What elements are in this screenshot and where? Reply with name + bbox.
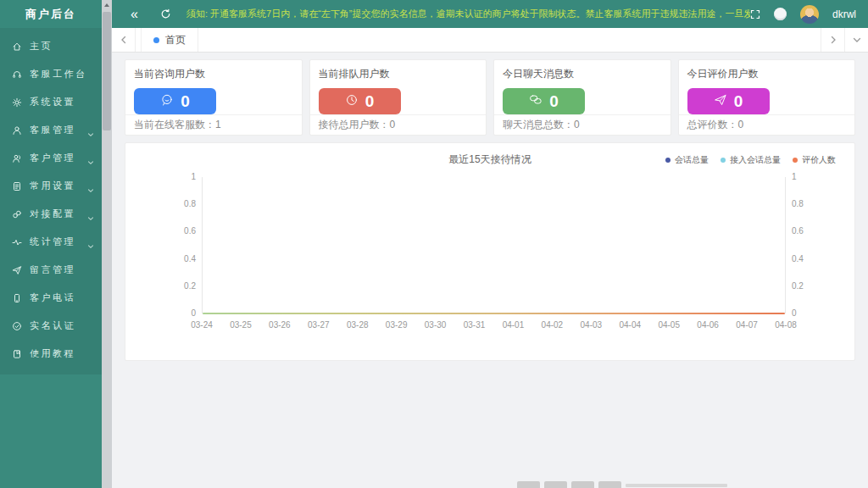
stat-card-button[interactable]: 0: [503, 88, 585, 114]
y-axis-tick: 0.8: [184, 199, 196, 208]
sidebar-item-label: 主页: [30, 40, 53, 53]
stat-card-title: 今日评价用户数: [679, 60, 855, 81]
stat-card-button[interactable]: 0: [687, 88, 770, 114]
stat-card-title: 当前咨询用户数: [125, 60, 302, 81]
chevron-down-icon: [87, 215, 94, 222]
book-icon: [12, 349, 22, 359]
chart-zero-line: [203, 313, 785, 315]
customer-icon: [12, 153, 22, 164]
stat-card: 今日评价用户数0总评价数：0: [678, 59, 856, 136]
watermark-bar: [626, 484, 727, 487]
sidebar-item-home[interactable]: 主页: [0, 32, 102, 60]
check-icon: [12, 321, 22, 331]
sidebar-item-gear[interactable]: 系统设置: [0, 88, 102, 116]
y-axis-tick: 1: [792, 172, 797, 181]
x-axis-label: 04-01: [503, 320, 525, 330]
notice-text: 须知: 开通客服系统7日内，请在“左下角”提交您的实名信息，逾期未认证的商户将处…: [180, 8, 750, 20]
y-axis-right-line: [785, 177, 786, 313]
legend-item[interactable]: 会话总量: [665, 154, 709, 166]
x-axis-label: 03-25: [230, 320, 252, 330]
x-axis-label: 03-29: [386, 320, 408, 330]
legend-label: 评价人数: [802, 154, 836, 166]
y-axis-tick: 0.2: [184, 281, 196, 291]
y-axis-tick: 0.8: [792, 199, 804, 208]
chart-card: 最近15天接待情况 会话总量接入会话总量评价人数 000.20.20.40.40…: [125, 142, 855, 361]
stat-card-button[interactable]: 0: [319, 88, 401, 114]
sidebar-item-label: 客户管理: [30, 152, 75, 164]
avatar[interactable]: [800, 5, 819, 24]
sidebar-item-user[interactable]: 客服管理: [0, 116, 102, 144]
stat-card-value: 0: [365, 92, 375, 111]
x-axis-label: 04-03: [581, 320, 603, 330]
fullscreen-icon[interactable]: [750, 9, 760, 19]
scrollbar-up-button[interactable]: [102, 0, 112, 10]
sidebar-item-plug[interactable]: 对接配置: [0, 200, 102, 228]
sidebar-item-check[interactable]: 实名认证: [0, 312, 102, 340]
sidebar-item-phone[interactable]: 客户电话: [0, 284, 102, 312]
stat-cards-row: 当前咨询用户数0当前在线客服数：1当前排队用户数0接待总用户数：0今日聊天消息数…: [125, 59, 855, 136]
x-axis-label: 03-30: [425, 320, 447, 330]
content-area: 当前咨询用户数0当前在线客服数：1当前排队用户数0接待总用户数：0今日聊天消息数…: [112, 53, 868, 488]
stat-card-footer: 当前在线客服数：1: [125, 114, 302, 135]
stat-card: 当前咨询用户数0当前在线客服数：1: [125, 59, 303, 136]
watermark-glyph: [544, 481, 567, 488]
y-axis-tick: 0.2: [792, 281, 804, 291]
sidebar-item-plane[interactable]: 留言管理: [0, 256, 102, 284]
stat-card-value: 0: [734, 92, 743, 111]
y-axis-left-line: [202, 177, 203, 313]
chart-plot: 000.20.20.40.40.60.60.80.811: [202, 177, 786, 313]
topbar: « 须知: 开通客服系统7日内，请在“左下角”提交您的实名信息，逾期未认证的商户…: [112, 0, 868, 28]
legend-label: 接入会话总量: [730, 154, 781, 166]
gear-icon: [12, 97, 22, 108]
sidebar-item-label: 客服管理: [30, 124, 75, 136]
message-icon[interactable]: [774, 8, 787, 20]
collapse-sidebar-icon[interactable]: «: [131, 8, 138, 21]
x-axis-label: 04-04: [619, 320, 641, 330]
phone-icon: [12, 293, 22, 303]
app-title: 商户后台: [0, 0, 102, 28]
sidebar-item-headset[interactable]: 客服工作台: [0, 60, 102, 88]
tabs-scroll-left-icon[interactable]: [112, 28, 136, 52]
tab-home[interactable]: 首页: [141, 28, 198, 52]
sidebar-item-label: 实名认证: [30, 319, 75, 332]
tabs-menu-icon[interactable]: [844, 28, 868, 52]
sidebar-item-label: 使用教程: [30, 347, 75, 360]
stat-card-value: 0: [549, 92, 559, 111]
legend-dot: [665, 158, 670, 163]
sidebar-item-customer[interactable]: 客户管理: [0, 144, 102, 172]
sidebar-item-doc[interactable]: 常用设置: [0, 172, 102, 200]
user-icon: [12, 125, 22, 136]
sidebar-item-label: 对接配置: [30, 208, 75, 220]
chevron-down-icon: [87, 187, 94, 194]
legend-label: 会话总量: [675, 154, 709, 166]
stat-card-title: 今日聊天消息数: [494, 60, 670, 81]
sidebar-item-book[interactable]: 使用教程: [0, 340, 102, 368]
watermark-glyph: [517, 481, 540, 488]
username[interactable]: dkrwl: [832, 8, 856, 20]
legend-dot: [721, 158, 726, 163]
stat-card-footer: 接待总用户数：0: [310, 114, 487, 135]
tab-label: 首页: [165, 33, 186, 47]
sidebar: 商户后台 主页客服工作台系统设置客服管理客户管理常用设置对接配置统计管理留言管理…: [0, 0, 102, 488]
x-axis-labels: 03-2403-2503-2603-2703-2803-2903-3003-31…: [202, 320, 786, 332]
stat-card-value: 0: [181, 92, 190, 111]
main-area: « 须知: 开通客服系统7日内，请在“左下角”提交您的实名信息，逾期未认证的商户…: [112, 0, 868, 488]
sidebar-item-pulse[interactable]: 统计管理: [0, 228, 102, 256]
home-icon: [12, 42, 22, 52]
y-axis-tick: 0: [191, 308, 196, 318]
legend-item[interactable]: 评价人数: [793, 154, 836, 166]
x-axis-label: 03-24: [191, 320, 213, 330]
sidebar-item-label: 留言管理: [30, 263, 75, 276]
refresh-icon[interactable]: [160, 8, 171, 19]
scrollbar-thumb[interactable]: [103, 12, 111, 130]
legend-item[interactable]: 接入会话总量: [721, 154, 781, 166]
x-axis-label: 04-07: [736, 320, 758, 330]
x-axis-label: 04-05: [658, 320, 680, 330]
stat-card-button[interactable]: 0: [134, 88, 216, 114]
sidebar-item-label: 客户电话: [30, 291, 75, 304]
active-tab-dot: [153, 37, 159, 43]
tabs-scroll-right-icon[interactable]: [821, 28, 844, 52]
x-axis-label: 03-31: [464, 320, 486, 330]
chevron-down-icon: [87, 243, 94, 250]
sidebar-scrollbar[interactable]: [102, 0, 112, 488]
